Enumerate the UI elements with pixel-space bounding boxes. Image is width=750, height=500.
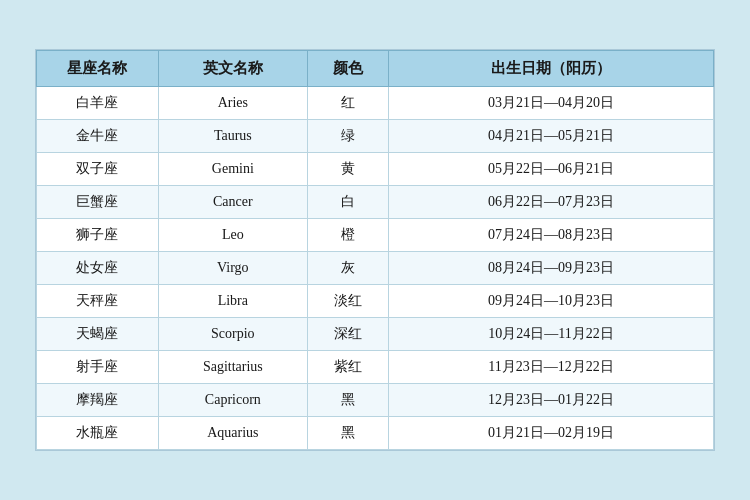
- cell-chinese-name: 巨蟹座: [37, 186, 159, 219]
- cell-date: 06月22日—07月23日: [389, 186, 714, 219]
- table-row: 巨蟹座Cancer白06月22日—07月23日: [37, 186, 714, 219]
- cell-date: 08月24日—09月23日: [389, 252, 714, 285]
- cell-chinese-name: 摩羯座: [37, 384, 159, 417]
- table-row: 水瓶座Aquarius黑01月21日—02月19日: [37, 417, 714, 450]
- cell-english-name: Scorpio: [158, 318, 307, 351]
- cell-color: 灰: [307, 252, 388, 285]
- cell-english-name: Taurus: [158, 120, 307, 153]
- cell-english-name: Leo: [158, 219, 307, 252]
- cell-date: 09月24日—10月23日: [389, 285, 714, 318]
- cell-chinese-name: 射手座: [37, 351, 159, 384]
- cell-chinese-name: 白羊座: [37, 87, 159, 120]
- cell-color: 黑: [307, 384, 388, 417]
- cell-english-name: Virgo: [158, 252, 307, 285]
- cell-color: 黑: [307, 417, 388, 450]
- table-row: 狮子座Leo橙07月24日—08月23日: [37, 219, 714, 252]
- cell-english-name: Sagittarius: [158, 351, 307, 384]
- cell-color: 淡红: [307, 285, 388, 318]
- cell-english-name: Aries: [158, 87, 307, 120]
- cell-color: 绿: [307, 120, 388, 153]
- table-row: 天秤座Libra淡红09月24日—10月23日: [37, 285, 714, 318]
- cell-chinese-name: 狮子座: [37, 219, 159, 252]
- cell-chinese-name: 天秤座: [37, 285, 159, 318]
- table-row: 射手座Sagittarius紫红11月23日—12月22日: [37, 351, 714, 384]
- cell-date: 07月24日—08月23日: [389, 219, 714, 252]
- cell-chinese-name: 处女座: [37, 252, 159, 285]
- cell-color: 橙: [307, 219, 388, 252]
- table-row: 金牛座Taurus绿04月21日—05月21日: [37, 120, 714, 153]
- cell-chinese-name: 天蝎座: [37, 318, 159, 351]
- zodiac-table-container: 星座名称 英文名称 颜色 出生日期（阳历） 白羊座Aries红03月21日—04…: [35, 49, 715, 451]
- cell-english-name: Capricorn: [158, 384, 307, 417]
- cell-chinese-name: 双子座: [37, 153, 159, 186]
- table-row: 摩羯座Capricorn黑12月23日—01月22日: [37, 384, 714, 417]
- table-row: 白羊座Aries红03月21日—04月20日: [37, 87, 714, 120]
- cell-chinese-name: 水瓶座: [37, 417, 159, 450]
- cell-date: 11月23日—12月22日: [389, 351, 714, 384]
- cell-chinese-name: 金牛座: [37, 120, 159, 153]
- cell-english-name: Cancer: [158, 186, 307, 219]
- cell-color: 红: [307, 87, 388, 120]
- header-color: 颜色: [307, 51, 388, 87]
- cell-english-name: Gemini: [158, 153, 307, 186]
- table-row: 处女座Virgo灰08月24日—09月23日: [37, 252, 714, 285]
- cell-date: 05月22日—06月21日: [389, 153, 714, 186]
- cell-color: 紫红: [307, 351, 388, 384]
- zodiac-table: 星座名称 英文名称 颜色 出生日期（阳历） 白羊座Aries红03月21日—04…: [36, 50, 714, 450]
- header-date: 出生日期（阳历）: [389, 51, 714, 87]
- header-english-name: 英文名称: [158, 51, 307, 87]
- cell-date: 04月21日—05月21日: [389, 120, 714, 153]
- cell-color: 深红: [307, 318, 388, 351]
- cell-color: 白: [307, 186, 388, 219]
- cell-english-name: Aquarius: [158, 417, 307, 450]
- cell-date: 10月24日—11月22日: [389, 318, 714, 351]
- table-row: 双子座Gemini黄05月22日—06月21日: [37, 153, 714, 186]
- cell-date: 03月21日—04月20日: [389, 87, 714, 120]
- cell-english-name: Libra: [158, 285, 307, 318]
- table-row: 天蝎座Scorpio深红10月24日—11月22日: [37, 318, 714, 351]
- header-chinese-name: 星座名称: [37, 51, 159, 87]
- table-header-row: 星座名称 英文名称 颜色 出生日期（阳历）: [37, 51, 714, 87]
- cell-date: 01月21日—02月19日: [389, 417, 714, 450]
- cell-color: 黄: [307, 153, 388, 186]
- cell-date: 12月23日—01月22日: [389, 384, 714, 417]
